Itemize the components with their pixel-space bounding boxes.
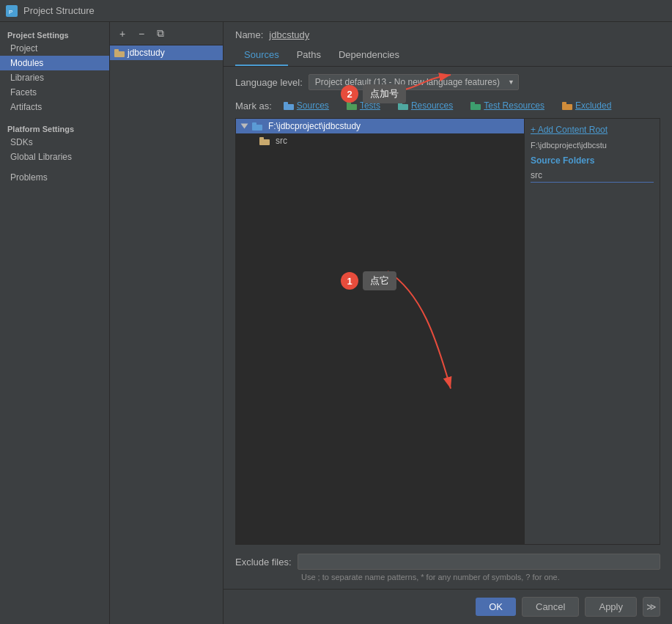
module-item-jdbcstudy[interactable]: jdbcstudy: [110, 45, 223, 60]
remove-module-button[interactable]: −: [133, 26, 149, 42]
svg-text:P: P: [9, 9, 12, 15]
module-item-label: jdbcstudy: [128, 48, 165, 58]
tree-src-label: src: [276, 136, 287, 146]
mark-as-label: Mark as:: [235, 100, 272, 111]
language-level-label: Language level:: [235, 77, 303, 88]
language-level-select[interactable]: Project default (13 - No new language fe…: [309, 74, 519, 90]
module-list: jdbcstudy: [110, 45, 223, 624]
app-icon: P: [6, 5, 18, 17]
dialog-body: Project Settings Project Modules Librari…: [0, 22, 672, 624]
tests-folder-icon: [347, 102, 357, 110]
mark-resources-button[interactable]: Resources: [392, 99, 459, 112]
sources-folder-icon: [284, 102, 294, 110]
module-panel: + − ⧉ jdbcstudy: [110, 22, 224, 624]
tab-content-sources: Language level: Project default (13 - No…: [224, 67, 672, 589]
tab-paths[interactable]: Paths: [288, 45, 330, 66]
excluded-folder-icon: [562, 102, 572, 110]
apply-button[interactable]: Apply: [585, 597, 637, 617]
project-settings-title: Project Settings: [0, 28, 109, 41]
content-root-path: F:\jdbcproject\jdbcstu: [531, 141, 654, 150]
name-label: Name:: [235, 29, 263, 40]
sidebar: Project Settings Project Modules Librari…: [0, 22, 110, 624]
exclude-hint: Use ; to separate name patterns, * for a…: [235, 573, 660, 581]
content-panel: Name: jdbcstudy Sources Paths Dependenci…: [224, 22, 672, 589]
mark-excluded-label: Excluded: [575, 100, 611, 111]
sidebar-item-project[interactable]: Project: [0, 41, 109, 56]
sidebar-item-artifacts[interactable]: Artifacts: [0, 100, 109, 114]
copy-module-button[interactable]: ⧉: [152, 26, 169, 42]
tab-dependencies[interactable]: Dependencies: [330, 45, 408, 66]
tree-item-src[interactable]: src: [236, 133, 524, 148]
sidebar-item-global-libraries[interactable]: Global Libraries: [0, 150, 109, 164]
language-level-select-wrapper: Project default (13 - No new language fe…: [309, 74, 519, 90]
module-toolbar: + − ⧉: [110, 22, 223, 45]
name-row: Name: jdbcstudy: [224, 22, 672, 45]
more-button[interactable]: ≫: [643, 597, 660, 617]
folder-tree: F:\jdbcproject\jdbcstudy src: [236, 119, 524, 544]
mark-test-resources-label: Test Resources: [484, 100, 544, 111]
src-folder-icon: [259, 137, 270, 145]
tab-bar: Sources Paths Dependencies: [224, 45, 672, 67]
main-content-wrapper: Name: jdbcstudy Sources Paths Dependenci…: [224, 22, 672, 624]
exclude-label: Exclude files:: [235, 557, 292, 568]
mark-tests-label: Tests: [360, 100, 380, 111]
name-value: jdbcstudy: [269, 29, 309, 40]
mark-sources-button[interactable]: Sources: [278, 99, 335, 112]
sidebar-item-problems[interactable]: Problems: [0, 170, 109, 185]
titlebar-title: Project Structure: [23, 5, 95, 16]
source-folders-title: Source Folders: [531, 155, 654, 166]
resources-folder-icon: [398, 102, 408, 110]
add-module-button[interactable]: +: [114, 26, 130, 42]
root-folder-icon: [252, 122, 262, 131]
tree-root-label: F:\jdbcproject\jdbcstudy: [268, 121, 361, 131]
tab-sources[interactable]: Sources: [235, 45, 288, 66]
tree-item-root[interactable]: F:\jdbcproject\jdbcstudy: [236, 119, 524, 133]
mark-tests-button[interactable]: Tests: [341, 99, 386, 112]
source-folder-src: src: [531, 169, 654, 183]
sidebar-item-sdks[interactable]: SDKs: [0, 135, 109, 150]
sources-area: F:\jdbcproject\jdbcstudy src +: [235, 118, 660, 545]
dialog: Project Settings Project Modules Librari…: [0, 22, 672, 624]
expand-icon-root: [241, 124, 248, 129]
mark-as-row: Mark as: Sources Tests Res: [235, 99, 660, 112]
sidebar-item-facets[interactable]: Facets: [0, 85, 109, 100]
module-folder-icon: [114, 49, 125, 57]
dialog-buttons: OK Cancel Apply ≫: [224, 589, 672, 624]
add-content-root-button[interactable]: + Add Content Root: [531, 125, 654, 135]
sidebar-item-modules[interactable]: Modules: [0, 56, 109, 70]
side-info-panel: + Add Content Root F:\jdbcproject\jdbcst…: [524, 119, 660, 544]
mark-sources-label: Sources: [297, 100, 329, 111]
titlebar: P Project Structure: [0, 0, 672, 22]
platform-settings-title: Platform Settings: [0, 120, 109, 135]
mark-test-resources-button[interactable]: Test Resources: [465, 99, 550, 112]
exclude-input[interactable]: [298, 554, 660, 570]
project-structure-window: P Project Structure Project Settings Pro…: [0, 0, 672, 624]
mark-excluded-button[interactable]: Excluded: [556, 99, 617, 112]
test-resources-folder-icon: [470, 102, 481, 110]
exclude-files-row: Exclude files:: [235, 551, 660, 570]
sidebar-item-libraries[interactable]: Libraries: [0, 70, 109, 85]
cancel-button[interactable]: Cancel: [522, 597, 579, 617]
ok-button[interactable]: OK: [476, 598, 516, 616]
language-level-row: Language level: Project default (13 - No…: [235, 74, 660, 90]
mark-resources-label: Resources: [411, 100, 453, 111]
